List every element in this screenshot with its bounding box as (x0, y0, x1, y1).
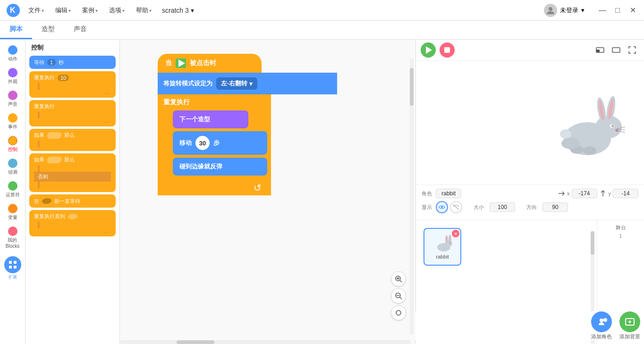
ws-hat-block[interactable]: 当 被点击时 (158, 54, 262, 73)
rabbit-sprite (535, 89, 630, 165)
blocks-workspace: 当 被点击时 将旋转模式设定为 左-右翻转 ▾ 重复执行 (158, 54, 271, 195)
palette-title: 控制 (29, 43, 116, 52)
block-repeat10[interactable]: 重复执行 10 ↩ (29, 71, 116, 98)
hide-eye-button[interactable] (450, 201, 462, 213)
menu-edit[interactable]: 编辑▾ (51, 3, 76, 17)
svg-rect-5 (9, 266, 12, 268)
tab-sound[interactable]: 声音 (64, 21, 96, 39)
sprite-name-field[interactable] (436, 189, 461, 198)
svg-line-9 (400, 280, 402, 282)
ws-bounce-block[interactable]: 碰到边缘就反弹 (173, 158, 267, 176)
cat-operators[interactable]: 运算符 (1, 179, 25, 200)
x-value-field[interactable] (572, 189, 597, 198)
svg-point-42 (446, 236, 448, 243)
add-sprite-button[interactable]: 添加角色 (591, 311, 612, 340)
ws-hat-label: 当 (165, 59, 172, 67)
add-backdrop-button[interactable]: 添加背景 (619, 311, 640, 340)
cat-sound-label: 声音 (8, 101, 17, 108)
minimize-button[interactable]: — (596, 4, 609, 17)
maximize-button[interactable]: □ (611, 4, 624, 17)
svg-rect-6 (14, 266, 17, 268)
menu-examples[interactable]: 案例▾ (77, 3, 102, 17)
tab-costume[interactable]: 造型 (32, 21, 64, 39)
cat-myblocks[interactable]: 我的 Blocks (1, 225, 25, 251)
cat-motion[interactable]: 动作 (1, 43, 25, 64)
ws-bounce-label: 碰到边缘就反弹 (179, 163, 222, 170)
stop-button[interactable] (440, 42, 455, 58)
svg-marker-16 (426, 46, 432, 54)
sprite-remove-button[interactable]: ✕ (452, 230, 459, 237)
svg-line-13 (400, 297, 402, 299)
small-stage-button[interactable] (593, 43, 607, 57)
show-label: 显示 (422, 204, 432, 211)
y-value-field[interactable] (613, 189, 638, 198)
zoom-out-button[interactable] (391, 288, 406, 303)
sprite-list-scrollbar-thumb (591, 231, 594, 255)
cat-events[interactable]: 事件 (1, 111, 25, 132)
ws-move-suffix: 步 (213, 139, 220, 147)
svg-rect-4 (14, 261, 17, 264)
size-input[interactable] (493, 204, 512, 210)
show-eye-button[interactable] (436, 201, 448, 213)
cat-sensing[interactable]: 侦测 (1, 157, 25, 177)
code-hscrollbar[interactable] (120, 340, 411, 344)
cat-variables[interactable]: 变量 (1, 202, 25, 223)
block-repeat-forever[interactable]: 重复执行 ↩ (29, 100, 116, 126)
y-input[interactable] (616, 190, 635, 197)
ws-move-steps[interactable]: 30 (195, 136, 210, 150)
extensions-button[interactable]: 扩展 (4, 256, 21, 280)
stage-view-buttons (593, 43, 639, 57)
cat-control[interactable]: 控制 (1, 134, 25, 155)
sprite-item-label: rabbit (436, 254, 449, 260)
close-button[interactable]: ✕ (626, 4, 639, 17)
ws-end-icon: ↺ (254, 182, 262, 193)
svg-text:K: K (10, 6, 16, 14)
block-wait[interactable]: 等待 1 秒 (29, 56, 116, 69)
block-wait-until[interactable]: 在 前一直等待 (29, 194, 116, 208)
y-label: y (609, 191, 611, 196)
sprite-item-rabbit[interactable]: ✕ rabbit (424, 228, 461, 266)
full-stage-button[interactable] (609, 43, 623, 57)
user-label: 未登录 (560, 6, 578, 15)
ws-rotation-dropdown[interactable]: 左-右翻转 ▾ (216, 77, 257, 90)
cat-control-circle (8, 136, 17, 145)
direction-field[interactable] (542, 202, 568, 212)
size-field[interactable] (490, 202, 515, 212)
sprite-name-input[interactable] (439, 190, 458, 197)
svg-marker-7 (178, 59, 185, 67)
tabbar: 脚本 造型 声音 (0, 21, 644, 40)
sprite-properties: 角色 x y 显示 (416, 185, 644, 220)
block-if[interactable]: 如果 那么 (29, 129, 116, 151)
app-logo: K (5, 2, 22, 19)
ws-rotation-value: 左-右翻转 (221, 79, 247, 88)
user-menu[interactable]: 未登录 ▾ (539, 2, 589, 19)
menu-file[interactable]: 文件▾ (24, 3, 49, 17)
app-title: scratch 3 ▾ (162, 7, 194, 14)
cat-variables-label: 变量 (8, 214, 17, 221)
backdrop-count: 1 (619, 233, 622, 239)
zoom-reset-button[interactable] (391, 305, 406, 320)
cat-motion-circle (8, 45, 17, 55)
tab-code[interactable]: 脚本 (0, 21, 32, 39)
zoom-in-button[interactable] (391, 271, 406, 286)
green-flag-button[interactable] (421, 42, 436, 58)
ws-move-block[interactable]: 移动 30 步 (173, 131, 267, 155)
direction-input[interactable] (546, 204, 565, 210)
cat-looks[interactable]: 外观 (1, 66, 25, 87)
ws-next-costume-block[interactable]: 下一个造型 (173, 110, 248, 128)
ws-repeat-block[interactable]: 重复执行 下一个造型 移动 30 步 (158, 94, 271, 195)
x-input[interactable] (575, 190, 594, 197)
block-if-else[interactable]: 如果 那么 否则 (29, 153, 116, 192)
code-scrollbar[interactable] (410, 59, 414, 335)
fullscreen-button[interactable] (625, 43, 639, 57)
block-repeat-until[interactable]: 重复执行直到 ↩ (29, 210, 116, 236)
block-palette: 控制 等待 1 秒 重复执行 10 ↩ 重复执行 (25, 40, 120, 344)
svg-point-37 (441, 206, 443, 208)
cat-sound-circle (8, 91, 17, 100)
show-toggle (436, 201, 462, 213)
cat-sound[interactable]: 声音 (1, 89, 25, 109)
menu-options[interactable]: 选项▾ (104, 3, 129, 17)
ws-rotation-block[interactable]: 将旋转模式设定为 左-右翻转 ▾ (158, 73, 337, 94)
svg-point-15 (396, 310, 401, 315)
menu-help[interactable]: 帮助▾ (131, 3, 156, 17)
